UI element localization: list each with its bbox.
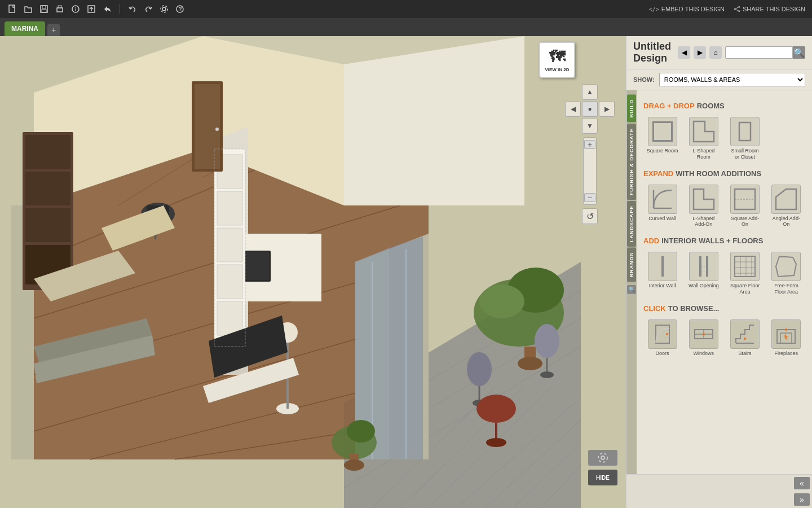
browse-grid: Doors Windows: [643, 317, 805, 359]
vtab-build[interactable]: BUILD: [627, 95, 636, 122]
svg-point-85: [467, 352, 492, 386]
panel-content: DRAG + DROP ROOMS Square Room: [637, 90, 812, 474]
square-addon-item[interactable]: Square Add-On: [726, 182, 764, 230]
show-dropdown[interactable]: ROOMS, WALLS & AREAS FURNITURE ALL: [659, 73, 805, 86]
svg-point-129: [744, 338, 746, 340]
help-icon[interactable]: ?: [174, 3, 186, 15]
show-row: SHOW: ROOMS, WALLS & AREAS FURNITURE ALL: [626, 69, 812, 90]
svg-rect-0: [9, 5, 15, 12]
settings-icon[interactable]: [158, 3, 170, 15]
svg-point-88: [535, 324, 559, 358]
panel-nav-forward[interactable]: ▶: [694, 46, 706, 59]
square-floor-label: Square Floor Area: [729, 283, 762, 295]
drag-drop-rooms-grid: Square Room L-Shaped Room: [643, 115, 805, 163]
angled-addon-label: Angled Add-On: [770, 216, 803, 228]
hide-button[interactable]: HIDE: [588, 470, 617, 485]
reset-view-button[interactable]: ↺: [582, 208, 598, 224]
share2-icon[interactable]: [102, 3, 113, 15]
curved-wall-item[interactable]: Curved Wall: [643, 182, 681, 230]
redo-icon[interactable]: [143, 3, 154, 15]
svg-rect-110: [661, 256, 664, 277]
wall-opening-item[interactable]: Wall Opening: [685, 249, 722, 297]
vertical-tabs: BUILD FURNISH & DECORATE LANDSCAPE BRAND…: [626, 90, 637, 474]
svg-line-17: [735, 7, 739, 9]
panel-nav-back[interactable]: ◀: [678, 46, 690, 59]
collapse-up-button[interactable]: «: [794, 477, 810, 489]
doors-item[interactable]: Doors: [643, 317, 681, 359]
fireplaces-item[interactable]: Fireplaces: [767, 317, 805, 359]
open-icon[interactable]: [23, 3, 34, 15]
main-area: 🗺 VIEW IN 2D ▲ ◀ ● ▶ ▼ + − ↺: [0, 36, 812, 508]
svg-point-123: [666, 333, 668, 335]
stairs-label: Stairs: [739, 351, 752, 357]
svg-point-127: [703, 333, 705, 335]
export-icon[interactable]: [86, 3, 97, 15]
panel-search-input[interactable]: [725, 46, 793, 59]
canvas-area[interactable]: 🗺 VIEW IN 2D ▲ ◀ ● ▶ ▼ + − ↺: [0, 36, 626, 508]
vtab-furnish[interactable]: FURNISH & DECORATE: [627, 124, 636, 200]
panel-body: BUILD FURNISH & DECORATE LANDSCAPE BRAND…: [626, 90, 812, 474]
print-icon[interactable]: [54, 3, 65, 15]
stairs-icon: [732, 322, 757, 347]
new-icon[interactable]: [7, 3, 18, 15]
zoom-slider[interactable]: + −: [583, 137, 597, 205]
interior-walls-grid: Interior Wall Wall Opening: [643, 249, 805, 297]
square-room-icon: [652, 121, 673, 142]
nav-left-button[interactable]: ◀: [565, 101, 581, 117]
svg-rect-63: [217, 265, 242, 299]
tab-marina[interactable]: MARINA: [5, 21, 45, 36]
panel-home[interactable]: ⌂: [709, 46, 722, 59]
view-in-2d-button[interactable]: 🗺 VIEW IN 2D: [539, 42, 575, 78]
svg-point-84: [344, 459, 364, 471]
fireplaces-label: Fireplaces: [775, 351, 798, 357]
windows-item[interactable]: Windows: [685, 317, 722, 359]
square-floor-icon: [732, 254, 757, 279]
svg-rect-4: [57, 8, 63, 12]
browse-section-title: CLICK TO BROWSE...: [643, 304, 805, 313]
angled-addon-item[interactable]: Angled Add-On: [767, 182, 805, 230]
zoom-out-button[interactable]: −: [584, 193, 595, 202]
embed-link[interactable]: </> EMBED THIS DESIGN: [649, 6, 725, 12]
door-icon: [650, 322, 675, 347]
svg-marker-101: [694, 121, 714, 142]
nav-up-button[interactable]: ▲: [582, 84, 598, 100]
room-scene: [0, 36, 626, 508]
info-icon[interactable]: i: [70, 3, 81, 15]
undo-icon[interactable]: [127, 3, 138, 15]
vtab-search[interactable]: 🔍: [627, 285, 636, 294]
svg-point-100: [598, 453, 607, 462]
collapse-down-button[interactable]: »: [794, 493, 810, 506]
stairs-item[interactable]: Stairs: [726, 317, 764, 359]
window-icon: [691, 322, 716, 347]
svg-marker-121: [776, 256, 796, 277]
vtab-brands[interactable]: BRANDS: [627, 248, 636, 282]
add-tab-button[interactable]: +: [47, 24, 60, 36]
freeform-floor-item[interactable]: Free-Form Floor Area: [767, 249, 805, 297]
nav-right-button[interactable]: ▶: [599, 101, 615, 117]
svg-rect-112: [706, 256, 708, 277]
l-shaped-room-item[interactable]: L-Shaped Room: [685, 115, 722, 163]
svg-point-90: [540, 371, 554, 378]
navigation-controls: ▲ ◀ ● ▶ ▼ + − ↺: [565, 84, 615, 224]
nav-down-button[interactable]: ▼: [582, 118, 598, 134]
svg-rect-64: [217, 301, 242, 335]
l-addon-item[interactable]: L-Shaped Add-On: [685, 182, 722, 230]
svg-point-11: [161, 6, 167, 12]
small-room-item[interactable]: Small Room or Closet: [726, 115, 764, 163]
nav-center-button[interactable]: ●: [582, 101, 598, 117]
right-panel: Untitled Design ◀ ▶ ⌂ 🔍 SHOW: ROOMS, WAL…: [626, 36, 812, 508]
panel-search-button[interactable]: 🔍: [793, 46, 805, 59]
square-room-item[interactable]: Square Room: [643, 115, 681, 163]
view2d-label: VIEW IN 2D: [545, 67, 569, 72]
square-floor-item[interactable]: Square Floor Area: [726, 249, 764, 297]
svg-marker-109: [776, 189, 796, 209]
interior-wall-item[interactable]: Interior Wall: [643, 249, 681, 297]
l-shaped-room-label: L-Shaped Room: [687, 148, 720, 160]
vtab-landscape[interactable]: LANDSCAPE: [627, 201, 636, 247]
save-icon[interactable]: [38, 3, 50, 15]
share-link[interactable]: SHARE THIS DESIGN: [734, 6, 805, 12]
zoom-in-button[interactable]: +: [584, 140, 595, 149]
svg-rect-52: [25, 135, 70, 169]
panel-header-right: ◀ ▶ ⌂ 🔍: [678, 46, 805, 59]
canvas-settings-button[interactable]: [588, 450, 617, 466]
